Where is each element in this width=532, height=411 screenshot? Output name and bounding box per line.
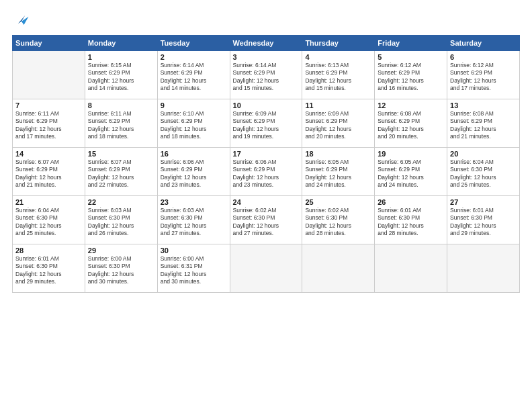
day-info: Sunrise: 6:02 AMSunset: 6:30 PMDaylight:…	[305, 207, 371, 238]
calendar-cell: 2Sunrise: 6:14 AMSunset: 6:29 PMDaylight…	[157, 51, 230, 99]
weekday-header-tuesday: Tuesday	[157, 36, 230, 51]
day-number: 5	[378, 53, 444, 61]
day-info: Sunrise: 6:04 AMSunset: 6:30 PMDaylight:…	[450, 158, 517, 189]
calendar-cell: 19Sunrise: 6:05 AMSunset: 6:29 PMDayligh…	[375, 148, 447, 196]
day-number: 19	[378, 150, 444, 158]
day-info: Sunrise: 6:06 AMSunset: 6:29 PMDaylight:…	[161, 158, 227, 189]
calendar-cell	[447, 244, 520, 293]
day-number: 27	[450, 198, 517, 206]
calendar-cell: 6Sunrise: 6:12 AMSunset: 6:29 PMDaylight…	[447, 51, 520, 99]
day-info: Sunrise: 6:02 AMSunset: 6:30 PMDaylight:…	[233, 207, 300, 238]
day-info: Sunrise: 6:03 AMSunset: 6:30 PMDaylight:…	[161, 207, 227, 238]
day-info: Sunrise: 6:11 AMSunset: 6:29 PMDaylight:…	[88, 110, 154, 141]
day-info: Sunrise: 6:01 AMSunset: 6:30 PMDaylight:…	[450, 207, 517, 238]
day-number: 2	[161, 53, 227, 61]
day-info: Sunrise: 6:08 AMSunset: 6:29 PMDaylight:…	[378, 110, 444, 141]
calendar-cell	[13, 51, 85, 99]
calendar-cell: 8Sunrise: 6:11 AMSunset: 6:29 PMDaylight…	[85, 99, 157, 148]
calendar-cell: 10Sunrise: 6:09 AMSunset: 6:29 PMDayligh…	[230, 99, 302, 148]
calendar-cell: 12Sunrise: 6:08 AMSunset: 6:29 PMDayligh…	[375, 99, 447, 148]
calendar-cell: 4Sunrise: 6:13 AMSunset: 6:29 PMDaylight…	[302, 51, 375, 99]
day-number: 29	[88, 246, 154, 255]
day-number: 24	[233, 198, 300, 206]
calendar-cell: 13Sunrise: 6:08 AMSunset: 6:29 PMDayligh…	[447, 99, 520, 148]
calendar-cell: 17Sunrise: 6:06 AMSunset: 6:29 PMDayligh…	[230, 148, 302, 196]
calendar-cell: 21Sunrise: 6:04 AMSunset: 6:30 PMDayligh…	[13, 196, 85, 244]
calendar-table: SundayMondayTuesdayWednesdayThursdayFrid…	[12, 35, 520, 293]
day-number: 20	[450, 150, 517, 158]
day-number: 9	[161, 101, 227, 109]
day-info: Sunrise: 6:06 AMSunset: 6:29 PMDaylight:…	[233, 158, 300, 189]
day-number: 10	[233, 101, 300, 109]
day-number: 1	[88, 53, 154, 61]
calendar-cell: 18Sunrise: 6:05 AMSunset: 6:29 PMDayligh…	[302, 148, 375, 196]
day-info: Sunrise: 6:09 AMSunset: 6:29 PMDaylight:…	[233, 110, 300, 141]
calendar-cell: 23Sunrise: 6:03 AMSunset: 6:30 PMDayligh…	[157, 196, 230, 244]
calendar-cell	[302, 244, 375, 293]
day-info: Sunrise: 6:14 AMSunset: 6:29 PMDaylight:…	[233, 62, 300, 93]
calendar-cell: 25Sunrise: 6:02 AMSunset: 6:30 PMDayligh…	[302, 196, 375, 244]
calendar-cell: 14Sunrise: 6:07 AMSunset: 6:29 PMDayligh…	[13, 148, 85, 196]
calendar-cell: 24Sunrise: 6:02 AMSunset: 6:30 PMDayligh…	[230, 196, 302, 244]
calendar-week-3: 14Sunrise: 6:07 AMSunset: 6:29 PMDayligh…	[13, 148, 520, 196]
weekday-header-wednesday: Wednesday	[230, 36, 302, 51]
calendar-cell	[230, 244, 302, 293]
day-info: Sunrise: 6:08 AMSunset: 6:29 PMDaylight:…	[450, 110, 517, 141]
calendar-week-1: 1Sunrise: 6:15 AMSunset: 6:29 PMDaylight…	[13, 51, 520, 99]
day-info: Sunrise: 6:04 AMSunset: 6:30 PMDaylight:…	[15, 207, 82, 238]
calendar-week-4: 21Sunrise: 6:04 AMSunset: 6:30 PMDayligh…	[13, 196, 520, 244]
day-info: Sunrise: 6:15 AMSunset: 6:29 PMDaylight:…	[88, 62, 154, 93]
calendar-page: SundayMondayTuesdayWednesdayThursdayFrid…	[0, 0, 532, 411]
day-info: Sunrise: 6:10 AMSunset: 6:29 PMDaylight:…	[161, 110, 227, 141]
day-info: Sunrise: 6:01 AMSunset: 6:30 PMDaylight:…	[378, 207, 444, 238]
calendar-cell: 28Sunrise: 6:01 AMSunset: 6:30 PMDayligh…	[13, 244, 85, 293]
day-info: Sunrise: 6:11 AMSunset: 6:29 PMDaylight:…	[15, 110, 82, 141]
day-number: 4	[305, 53, 371, 61]
day-number: 22	[88, 198, 154, 206]
weekday-header-friday: Friday	[375, 36, 447, 51]
calendar-cell: 1Sunrise: 6:15 AMSunset: 6:29 PMDaylight…	[85, 51, 157, 99]
day-number: 16	[161, 150, 227, 158]
weekday-header-row: SundayMondayTuesdayWednesdayThursdayFrid…	[13, 36, 520, 51]
calendar-cell: 29Sunrise: 6:00 AMSunset: 6:30 PMDayligh…	[85, 244, 157, 293]
day-info: Sunrise: 6:14 AMSunset: 6:29 PMDaylight:…	[161, 62, 227, 93]
day-info: Sunrise: 6:07 AMSunset: 6:29 PMDaylight:…	[88, 158, 154, 189]
calendar-cell: 7Sunrise: 6:11 AMSunset: 6:29 PMDaylight…	[13, 99, 85, 148]
calendar-cell: 27Sunrise: 6:01 AMSunset: 6:30 PMDayligh…	[447, 196, 520, 244]
calendar-week-2: 7Sunrise: 6:11 AMSunset: 6:29 PMDaylight…	[13, 99, 520, 148]
day-info: Sunrise: 6:05 AMSunset: 6:29 PMDaylight:…	[305, 158, 371, 189]
calendar-cell: 3Sunrise: 6:14 AMSunset: 6:29 PMDaylight…	[230, 51, 302, 99]
calendar-cell: 30Sunrise: 6:00 AMSunset: 6:31 PMDayligh…	[157, 244, 230, 293]
logo-icon	[12, 11, 31, 30]
day-number: 6	[450, 53, 517, 61]
day-info: Sunrise: 6:00 AMSunset: 6:31 PMDaylight:…	[161, 255, 227, 286]
calendar-cell: 11Sunrise: 6:09 AMSunset: 6:29 PMDayligh…	[302, 99, 375, 148]
calendar-cell: 15Sunrise: 6:07 AMSunset: 6:29 PMDayligh…	[85, 148, 157, 196]
logo	[12, 11, 34, 30]
day-info: Sunrise: 6:07 AMSunset: 6:29 PMDaylight:…	[15, 158, 82, 189]
day-number: 21	[15, 198, 82, 206]
day-info: Sunrise: 6:12 AMSunset: 6:29 PMDaylight:…	[378, 62, 444, 93]
weekday-header-sunday: Sunday	[13, 36, 85, 51]
day-info: Sunrise: 6:03 AMSunset: 6:30 PMDaylight:…	[88, 207, 154, 238]
calendar-cell: 20Sunrise: 6:04 AMSunset: 6:30 PMDayligh…	[447, 148, 520, 196]
day-number: 11	[305, 101, 371, 109]
day-info: Sunrise: 6:09 AMSunset: 6:29 PMDaylight:…	[305, 110, 371, 141]
day-info: Sunrise: 6:12 AMSunset: 6:29 PMDaylight:…	[450, 62, 517, 93]
calendar-cell: 5Sunrise: 6:12 AMSunset: 6:29 PMDaylight…	[375, 51, 447, 99]
weekday-header-saturday: Saturday	[447, 36, 520, 51]
day-number: 7	[15, 101, 82, 109]
day-info: Sunrise: 6:13 AMSunset: 6:29 PMDaylight:…	[305, 62, 371, 93]
day-number: 3	[233, 53, 300, 61]
day-number: 8	[88, 101, 154, 109]
day-number: 13	[450, 101, 517, 109]
calendar-cell: 22Sunrise: 6:03 AMSunset: 6:30 PMDayligh…	[85, 196, 157, 244]
header	[12, 11, 520, 30]
calendar-cell	[375, 244, 447, 293]
day-number: 28	[15, 246, 82, 255]
day-number: 12	[378, 101, 444, 109]
calendar-cell: 26Sunrise: 6:01 AMSunset: 6:30 PMDayligh…	[375, 196, 447, 244]
calendar-cell: 9Sunrise: 6:10 AMSunset: 6:29 PMDaylight…	[157, 99, 230, 148]
day-number: 23	[161, 198, 227, 206]
day-number: 25	[305, 198, 371, 206]
